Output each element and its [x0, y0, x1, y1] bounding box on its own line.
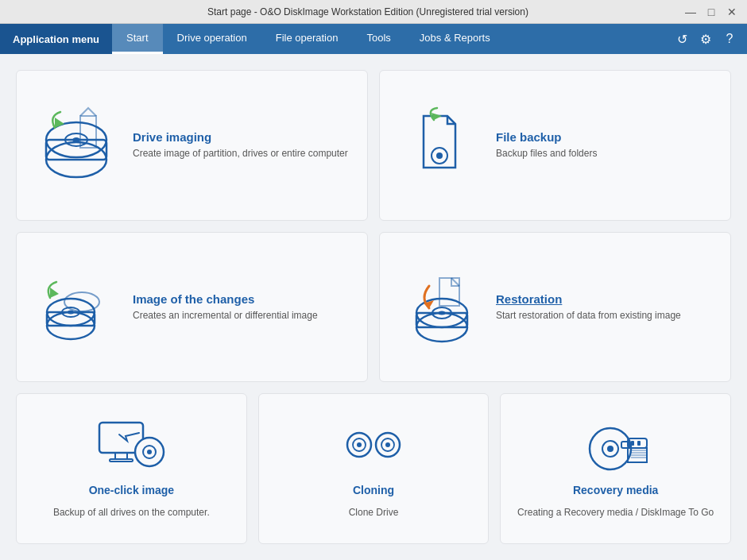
svg-point-6	[436, 153, 443, 159]
cloning-title: Cloning	[353, 484, 394, 496]
drive-imaging-title: Drive imaging	[133, 130, 351, 144]
tab-tools[interactable]: Tools	[352, 24, 404, 54]
card-recovery-media[interactable]: Recovery media Creating a Recovery media…	[500, 393, 731, 544]
card-one-click-image[interactable]: One-click image Backup of all drives on …	[16, 393, 247, 544]
application-menu-button[interactable]: Application menu	[0, 24, 112, 54]
card-image-changes[interactable]: Image of the changes Creates an incremen…	[16, 232, 368, 383]
settings-icon[interactable]: ⚙	[695, 28, 717, 50]
one-click-image-desc: Backup of all drives on the computer.	[53, 506, 210, 519]
image-changes-desc: Creates an incremental or differential i…	[133, 309, 351, 322]
file-backup-text: File backup Backup files and folders	[496, 130, 714, 160]
recovery-media-title: Recovery media	[573, 484, 658, 496]
file-backup-title: File backup	[496, 130, 714, 144]
svg-rect-35	[637, 441, 641, 446]
recovery-media-desc: Creating a Recovery media / DiskImage To…	[517, 506, 714, 519]
image-changes-icon	[33, 262, 120, 353]
svg-point-29	[385, 442, 390, 447]
svg-point-26	[357, 442, 362, 447]
window-title: Start page - O&O DiskImage Workstation E…	[54, 6, 682, 17]
maximize-button[interactable]: □	[702, 3, 720, 21]
svg-rect-14	[416, 313, 467, 327]
restoration-desc: Start restoration of data from existing …	[496, 309, 714, 322]
one-click-image-title: One-click image	[89, 484, 174, 496]
svg-point-17	[439, 311, 446, 315]
close-button[interactable]: ✕	[723, 3, 741, 21]
image-changes-text: Image of the changes Creates an incremen…	[133, 292, 351, 322]
tab-start[interactable]: Start	[112, 24, 162, 54]
file-backup-desc: Backup files and folders	[496, 147, 714, 160]
main-content: Drive imaging Create image of partition,…	[0, 54, 747, 560]
cloning-icon	[338, 419, 409, 477]
row-3: One-click image Backup of all drives on …	[16, 393, 731, 544]
row-1: Drive imaging Create image of partition,…	[16, 70, 731, 221]
svg-point-23	[147, 450, 152, 454]
drive-imaging-desc: Create image of partition, drives or ent…	[133, 147, 351, 160]
recovery-media-icon	[580, 419, 652, 477]
card-file-backup[interactable]: File backup Backup files and folders	[379, 70, 731, 221]
window-controls: — □ ✕	[682, 3, 741, 21]
svg-point-4	[72, 137, 80, 142]
card-cloning[interactable]: Cloning Clone Drive	[258, 393, 490, 544]
svg-point-32	[607, 446, 613, 452]
row-2: Image of the changes Creates an incremen…	[16, 232, 731, 383]
title-bar: Start page - O&O DiskImage Workstation E…	[0, 0, 747, 24]
restoration-icon	[396, 262, 483, 353]
svg-point-12	[64, 292, 99, 311]
cloning-desc: Clone Drive	[349, 506, 399, 519]
image-changes-title: Image of the changes	[133, 292, 351, 306]
menu-bar: Application menu Start Drive operation F…	[0, 24, 747, 54]
minimize-button[interactable]: —	[682, 3, 699, 21]
file-backup-icon	[396, 100, 483, 191]
restoration-text: Restoration Start restoration of data fr…	[496, 292, 714, 322]
svg-rect-8	[47, 312, 95, 326]
tab-file-operation[interactable]: File operation	[261, 24, 353, 54]
help-icon[interactable]: ?	[718, 28, 741, 50]
card-restoration[interactable]: Restoration Start restoration of data fr…	[379, 232, 731, 383]
card-drive-imaging[interactable]: Drive imaging Create image of partition,…	[16, 70, 368, 221]
one-click-image-icon	[95, 419, 167, 477]
restoration-title: Restoration	[496, 292, 714, 306]
svg-rect-34	[631, 441, 634, 446]
tab-drive-operation[interactable]: Drive operation	[163, 24, 261, 54]
refresh-icon[interactable]: ↺	[671, 28, 693, 50]
drive-imaging-text: Drive imaging Create image of partition,…	[133, 130, 351, 160]
menu-right-icons: ↺ ⚙ ?	[671, 24, 747, 54]
drive-imaging-icon	[33, 100, 120, 191]
tab-jobs-reports[interactable]: Jobs & Reports	[405, 24, 505, 54]
svg-rect-20	[110, 459, 133, 462]
